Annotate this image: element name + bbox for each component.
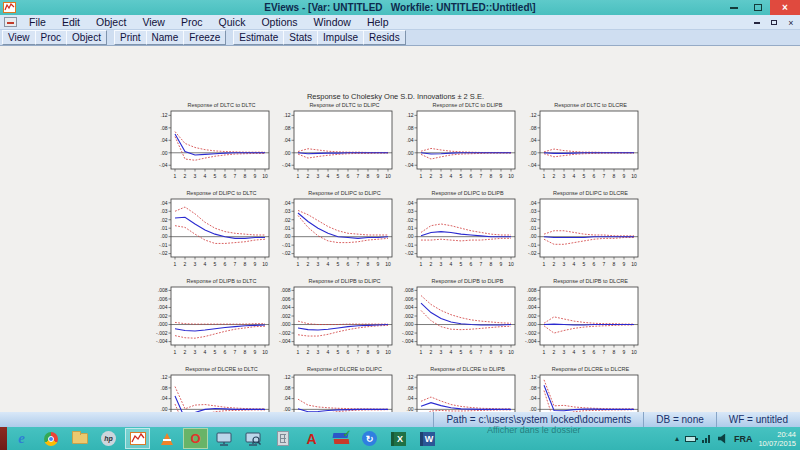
svg-text:.03: .03: [284, 208, 291, 214]
svg-text:.00: .00: [530, 150, 537, 156]
svg-text:.004: .004: [404, 304, 414, 310]
irf-subplot-title: Response of DLTC to DLCRE: [519, 101, 641, 109]
svg-text:10: 10: [508, 349, 514, 355]
internet-explorer-icon[interactable]: e: [9, 428, 34, 449]
start-button[interactable]: [0, 427, 7, 450]
menu-options[interactable]: Options: [253, 15, 305, 30]
svg-text:.03: .03: [407, 208, 414, 214]
svg-text:1: 1: [543, 349, 546, 355]
svg-text:8: 8: [613, 261, 616, 267]
toolbar-view-button[interactable]: View: [2, 30, 36, 45]
svg-text:.002: .002: [158, 313, 168, 319]
chrome-icon[interactable]: [38, 428, 63, 449]
svg-text:10: 10: [262, 261, 268, 267]
toolbar-object-button[interactable]: Object: [66, 30, 107, 45]
excel-icon[interactable]: X: [386, 428, 411, 449]
svg-text:.04: .04: [407, 200, 414, 206]
svg-text:8: 8: [490, 349, 493, 355]
close-button[interactable]: ×: [770, 0, 800, 15]
irf-subplot-title: Response of DLIPB to DLTC: [150, 277, 272, 285]
mdi-close-button[interactable]: ×: [786, 18, 796, 28]
svg-text:.12: .12: [530, 374, 537, 380]
menu-quick[interactable]: Quick: [211, 15, 254, 30]
svg-text:-.02: -.02: [405, 250, 414, 256]
vlc-icon[interactable]: [154, 428, 179, 449]
clock[interactable]: 20:44 10/07/2015: [758, 430, 796, 448]
file-explorer-icon[interactable]: [67, 428, 92, 449]
svg-text:-.02: -.02: [528, 250, 537, 256]
svg-text:8: 8: [490, 261, 493, 267]
window-title: EViews - [Var: UNTITLED Workfile: UNTITL…: [0, 0, 800, 15]
menu-file[interactable]: File: [21, 15, 54, 30]
irf-plot: .008.006.004.002.000-.002-.0041234567891…: [396, 285, 518, 361]
svg-text:.006: .006: [404, 296, 414, 302]
irf-subplot-title: Response of DLCRE to DLCRE: [519, 365, 641, 373]
battery-icon[interactable]: [685, 436, 696, 442]
svg-text:-.01: -.01: [282, 242, 291, 248]
irf-plot: .12.08.04.00-.0412345678910: [396, 109, 518, 185]
network-icon[interactable]: [702, 435, 712, 443]
svg-text:2: 2: [430, 349, 433, 355]
svg-text:8: 8: [244, 349, 247, 355]
pdf-reader-icon[interactable]: A: [299, 428, 324, 449]
toolbar-proc-button[interactable]: Proc: [35, 30, 68, 45]
svg-text:10: 10: [385, 349, 391, 355]
toolbar-stats-button[interactable]: Stats: [283, 30, 318, 45]
toolbar-estimate-button[interactable]: Estimate: [233, 30, 284, 45]
irf-subplot-title: Response of DLIPB to DLIPC: [273, 277, 395, 285]
svg-text:.00: .00: [284, 150, 291, 156]
opera-icon[interactable]: O: [183, 428, 208, 449]
irf-subplot: Response of DLTC to DLTC.12.08.04.00-.04…: [150, 101, 272, 185]
toolbar-impulse-button[interactable]: Impulse: [317, 30, 364, 45]
minimize-button[interactable]: [722, 1, 746, 15]
mdi-minimize-button[interactable]: [752, 22, 762, 24]
svg-text:6: 6: [470, 349, 473, 355]
toolbar-resids-button[interactable]: Resids: [363, 30, 406, 45]
menu-proc[interactable]: Proc: [173, 15, 211, 30]
svg-text:-.004: -.004: [156, 338, 168, 344]
svg-text:.04: .04: [284, 137, 291, 143]
svg-text:8: 8: [613, 173, 616, 179]
menu-object[interactable]: Object: [88, 15, 134, 30]
language-indicator[interactable]: FRA: [734, 434, 753, 444]
toolbar-name-button[interactable]: Name: [146, 30, 185, 45]
menu-help[interactable]: Help: [359, 15, 397, 30]
svg-text:4: 4: [450, 261, 453, 267]
hp-icon[interactable]: hp: [96, 428, 121, 449]
svg-text:7: 7: [480, 173, 483, 179]
remote-desktop-icon[interactable]: [212, 428, 237, 449]
volume-icon[interactable]: [718, 434, 728, 444]
svg-text:.000: .000: [281, 321, 291, 327]
menu-edit[interactable]: Edit: [54, 15, 88, 30]
child-window-icon[interactable]: [4, 17, 17, 27]
tray-expand-icon[interactable]: ▴: [675, 434, 679, 443]
eviews-taskbar-icon[interactable]: [125, 428, 150, 449]
computer-search-icon[interactable]: [241, 428, 266, 449]
svg-text:3: 3: [563, 349, 566, 355]
chart-main-title: Response to Cholesky One S.D. Innovation…: [150, 92, 641, 101]
irf-plot: .12.08.04.00-.0412345678910: [273, 109, 395, 185]
word-icon[interactable]: W: [415, 428, 440, 449]
menu-view[interactable]: View: [134, 15, 173, 30]
restore-button[interactable]: [746, 1, 770, 15]
svg-text:6: 6: [593, 261, 596, 267]
svg-text:.04: .04: [284, 200, 291, 206]
svg-text:.002: .002: [281, 313, 291, 319]
svg-text:5: 5: [214, 261, 217, 267]
sync-icon[interactable]: ↻: [357, 428, 382, 449]
toolbar-freeze-button[interactable]: Freeze: [183, 30, 226, 45]
svg-text:6: 6: [593, 349, 596, 355]
irf-subplot-title: Response of DLIPB to DLCRE: [519, 277, 641, 285]
svg-text:-.04: -.04: [405, 162, 414, 168]
calculator-icon[interactable]: [270, 428, 295, 449]
svg-text:6: 6: [224, 261, 227, 267]
mdi-restore-button[interactable]: [769, 20, 779, 25]
irf-subplot: Response of DLIPC to DLCRE.04.03.02.01.0…: [519, 189, 641, 273]
svg-text:.04: .04: [161, 395, 168, 401]
svg-text:6: 6: [470, 261, 473, 267]
toolbar-print-button[interactable]: Print: [114, 30, 147, 45]
menu-window[interactable]: Window: [306, 15, 359, 30]
dictionary-icon[interactable]: ✓: [328, 428, 353, 449]
svg-text:.08: .08: [284, 125, 291, 131]
svg-text:3: 3: [440, 261, 443, 267]
